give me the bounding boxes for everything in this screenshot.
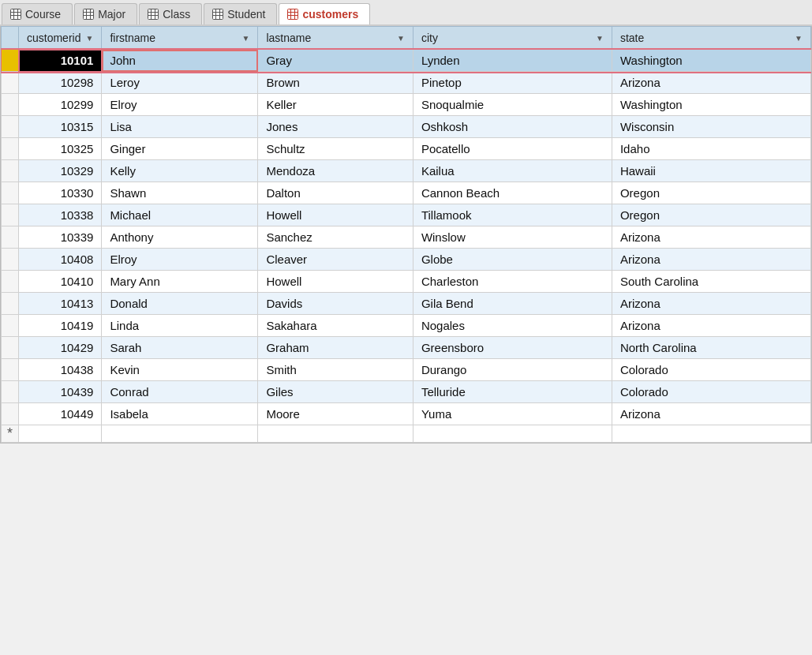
cell-customerid: 10408 (19, 249, 102, 271)
cell-lastname: Cleaver (258, 249, 413, 271)
tab-student[interactable]: Student (204, 3, 277, 24)
table-row[interactable]: 10413DonaldDavidsGila BendArizona (2, 293, 811, 315)
col-header-customerid[interactable]: customerid▼ (19, 27, 102, 50)
new-row-cell[interactable] (612, 425, 810, 443)
table-row[interactable]: 10429SarahGrahamGreensboroNorth Carolina (2, 337, 811, 359)
cell-city: Winslow (413, 226, 612, 249)
tab-label: Course (25, 8, 61, 21)
table-row[interactable]: 10315LisaJonesOshkoshWisconsin (2, 116, 811, 138)
cell-customerid: 10315 (19, 116, 102, 138)
col-header-city[interactable]: city▼ (413, 27, 612, 50)
customers-table: customerid▼firstname▼lastname▼city▼state… (1, 26, 811, 443)
cell-firstname: John (102, 50, 258, 72)
row-indicator (2, 116, 19, 138)
table-row[interactable]: 10299ElroyKellerSnoqualmieWashington (2, 94, 811, 116)
cell-state: South Carolina (612, 271, 810, 293)
row-indicator (2, 249, 19, 271)
cell-lastname: Graham (258, 337, 413, 359)
row-indicator (2, 50, 19, 72)
new-row[interactable]: * (2, 425, 811, 443)
table-row[interactable]: 10439ConradGilesTellurideColorado (2, 381, 811, 403)
cell-state: Wisconsin (612, 116, 810, 138)
sort-icon[interactable]: ▼ (795, 34, 803, 43)
table-row[interactable]: 10325GingerSchultzPocatelloIdaho (2, 138, 811, 160)
cell-state: Arizona (612, 72, 810, 94)
cell-firstname: Sarah (102, 337, 258, 359)
cell-state: North Carolina (612, 337, 810, 359)
table-row[interactable]: 10330ShawnDaltonCannon BeachOregon (2, 182, 811, 204)
svg-rect-0 (11, 9, 21, 20)
row-indicator (2, 271, 19, 293)
row-indicator (2, 182, 19, 204)
tab-customers[interactable]: customers (279, 3, 370, 24)
cell-state: Oregon (612, 204, 810, 226)
cell-state: Colorado (612, 359, 810, 381)
row-indicator (2, 337, 19, 359)
new-row-indicator: * (2, 425, 19, 443)
col-header-state[interactable]: state▼ (612, 27, 810, 50)
table-row[interactable]: 10338MichaelHowellTillamookOregon (2, 204, 811, 226)
cell-lastname: Davids (258, 293, 413, 315)
cell-lastname: Giles (258, 381, 413, 403)
cell-state: Washington (612, 94, 810, 116)
sort-icon[interactable]: ▼ (397, 34, 405, 43)
cell-state: Arizona (612, 315, 810, 337)
cell-city: Oshkosh (413, 116, 612, 138)
cell-state: Arizona (612, 226, 810, 249)
new-row-cell[interactable] (19, 425, 102, 443)
table-row[interactable]: 10438KevinSmithDurangoColorado (2, 359, 811, 381)
tab-label: customers (302, 8, 358, 21)
sort-icon[interactable]: ▼ (242, 34, 250, 43)
tab-course[interactable]: Course (2, 3, 73, 24)
cell-state: Arizona (612, 293, 810, 315)
sort-icon[interactable]: ▼ (596, 34, 604, 43)
cell-state: Arizona (612, 249, 810, 271)
cell-city: Kailua (413, 160, 612, 182)
tab-major[interactable]: Major (74, 3, 137, 24)
table-row[interactable]: 10410Mary AnnHowellCharlestonSouth Carol… (2, 271, 811, 293)
table-row[interactable]: 10419LindaSakaharaNogalesArizona (2, 315, 811, 337)
cell-firstname: Donald (102, 293, 258, 315)
col-header-lastname[interactable]: lastname▼ (258, 27, 413, 50)
cell-city: Yuma (413, 403, 612, 425)
row-indicator (2, 403, 19, 425)
col-label: customerid (27, 32, 80, 44)
table-row[interactable]: 10408ElroyCleaverGlobeArizona (2, 249, 811, 271)
cell-lastname: Keller (258, 94, 413, 116)
cell-state: Colorado (612, 381, 810, 403)
new-row-cell[interactable] (413, 425, 612, 443)
cell-firstname: Anthony (102, 226, 258, 249)
table-row[interactable]: 10329KellyMendozaKailuaHawaii (2, 160, 811, 182)
new-row-cell[interactable] (258, 425, 413, 443)
table-row[interactable]: 10101JohnGrayLyndenWashington (2, 50, 811, 72)
tab-class[interactable]: Class (139, 3, 202, 24)
cell-lastname: Schultz (258, 138, 413, 160)
table-icon (287, 9, 298, 20)
sort-icon[interactable]: ▼ (85, 34, 93, 43)
new-row-cell[interactable] (102, 425, 258, 443)
cell-city: Pocatello (413, 138, 612, 160)
cell-customerid: 10339 (19, 226, 102, 249)
cell-firstname: Linda (102, 315, 258, 337)
col-header-firstname[interactable]: firstname▼ (102, 27, 258, 50)
col-label: lastname (266, 32, 311, 44)
table-row[interactable]: 10339AnthonySanchezWinslowArizona (2, 226, 811, 249)
cell-firstname: Lisa (102, 116, 258, 138)
cell-customerid[interactable]: 10101 (19, 50, 102, 72)
row-indicator (2, 226, 19, 249)
cell-firstname: Kelly (102, 160, 258, 182)
column-headers: customerid▼firstname▼lastname▼city▼state… (2, 27, 811, 50)
cell-firstname: Isabela (102, 403, 258, 425)
cell-lastname: Sanchez (258, 226, 413, 249)
row-indicator (2, 72, 19, 94)
table-row[interactable]: 10449IsabelaMooreYumaArizona (2, 403, 811, 425)
col-label: firstname (110, 32, 155, 44)
col-label: state (620, 32, 644, 44)
cell-city: Snoqualmie (413, 94, 612, 116)
cell-state: Oregon (612, 182, 810, 204)
table-row[interactable]: 10298LeroyBrownPinetopArizona (2, 72, 811, 94)
cell-customerid: 10299 (19, 94, 102, 116)
cell-city: Durango (413, 359, 612, 381)
cell-lastname: Moore (258, 403, 413, 425)
row-indicator (2, 94, 19, 116)
